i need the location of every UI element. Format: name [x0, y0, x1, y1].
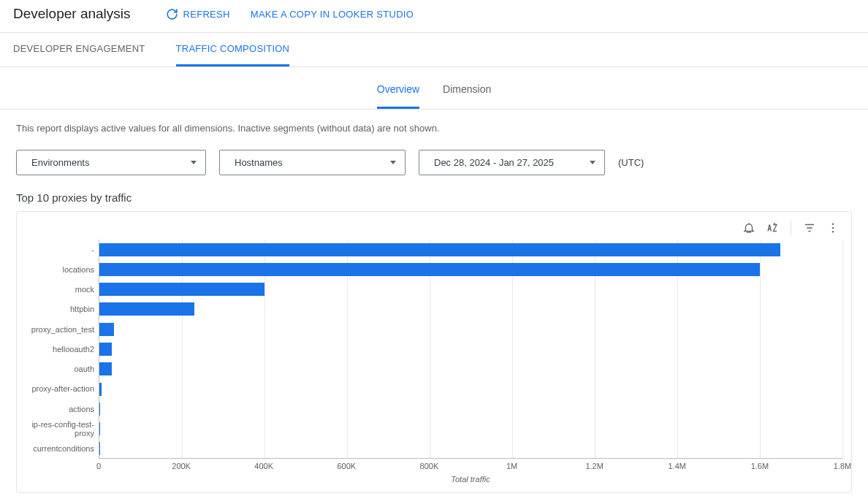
y-tick-label: hellooauth2 — [26, 339, 99, 359]
bar — [99, 422, 100, 435]
svg-point-2 — [832, 231, 834, 232]
x-tick-label: 1.2M — [585, 462, 603, 470]
header-actions: Refresh Make a copy in Looker Studio — [166, 8, 414, 20]
chart-section-title: Top 10 proxies by traffic — [16, 191, 852, 204]
refresh-button[interactable]: Refresh — [166, 8, 230, 20]
sort-az-icon[interactable] — [766, 221, 779, 234]
chevron-down-icon — [590, 161, 595, 164]
bar — [99, 302, 194, 316]
x-tick-label: 1.6M — [751, 462, 769, 470]
chart-plot: -locationsmockhttpbinproxy_action_testhe… — [26, 240, 842, 459]
primary-tabs: Developer Engagement Traffic Composition — [0, 33, 868, 67]
x-tick-label: 0 — [96, 462, 101, 470]
bar — [99, 283, 264, 296]
tab-developer-engagement[interactable]: Developer Engagement — [13, 33, 145, 66]
refresh-icon — [166, 8, 178, 20]
hostnames-label: Hostnames — [235, 157, 283, 168]
copy-looker-label: Make a copy in Looker Studio — [251, 9, 414, 20]
hostnames-dropdown[interactable]: Hostnames — [219, 150, 406, 175]
x-tick-label: 800K — [420, 462, 439, 470]
y-tick-label: - — [26, 240, 99, 259]
y-tick-label: mock — [26, 280, 99, 299]
secondary-tabs: Overview Dimension — [0, 67, 868, 110]
daterange-dropdown[interactable]: Dec 28, 2024 - Jan 27, 2025 — [419, 150, 605, 175]
tab-dimension[interactable]: Dimension — [443, 67, 491, 109]
page-title: Developer analysis — [13, 6, 131, 22]
y-tick-label: currentconditions — [26, 439, 99, 459]
timezone-label: (UTC) — [618, 157, 644, 168]
y-tick-label: locations — [26, 259, 99, 279]
y-tick-label: actions — [26, 399, 99, 419]
tab-overview[interactable]: Overview — [377, 67, 419, 109]
x-tick-label: 1.8M — [834, 462, 851, 470]
daterange-label: Dec 28, 2024 - Jan 27, 2025 — [434, 157, 554, 168]
x-tick-label: 400K — [254, 462, 273, 470]
y-axis-labels: -locationsmockhttpbinproxy_action_testhe… — [26, 240, 99, 459]
chart-toolbar — [26, 219, 842, 240]
x-tick-label: 200K — [172, 462, 191, 470]
x-axis-title: Total traffic — [99, 475, 842, 484]
bar — [99, 263, 760, 276]
y-tick-label: proxy-after-action — [26, 379, 99, 399]
bar — [99, 343, 112, 356]
chevron-down-icon — [390, 161, 396, 164]
bar — [99, 362, 112, 375]
y-tick-label: proxy_action_test — [26, 319, 99, 339]
environments-label: Environments — [31, 157, 89, 168]
bar — [99, 442, 100, 455]
bar — [99, 402, 100, 416]
info-text: This report displays active values for a… — [16, 123, 852, 134]
gridline — [760, 240, 761, 458]
y-tick-label: oauth — [26, 359, 99, 379]
chevron-down-icon — [191, 161, 197, 164]
refresh-label: Refresh — [183, 9, 230, 20]
x-axis: 0200K400K600K800K1M1.2M1.4M1.6M1.8M — [99, 459, 842, 472]
svg-point-0 — [832, 224, 834, 225]
more-vert-icon[interactable] — [826, 221, 840, 234]
bar — [99, 323, 114, 336]
bar — [99, 383, 102, 396]
bar — [99, 243, 780, 256]
content-area: This report displays active values for a… — [0, 110, 868, 496]
svg-point-1 — [832, 227, 834, 229]
x-tick-label: 1.4M — [669, 462, 686, 470]
copy-looker-button[interactable]: Make a copy in Looker Studio — [251, 9, 414, 20]
x-tick-label: 600K — [337, 462, 356, 470]
filters-row: Environments Hostnames Dec 28, 2024 - Ja… — [16, 150, 852, 175]
y-tick-label: ip-res-config-test-proxy — [26, 419, 99, 438]
filter-icon[interactable] — [803, 221, 816, 234]
bell-icon[interactable] — [742, 221, 755, 234]
chart-card: -locationsmockhttpbinproxy_action_testhe… — [16, 211, 852, 493]
environments-dropdown[interactable]: Environments — [16, 150, 206, 175]
toolbar-separator — [791, 221, 791, 235]
tab-traffic-composition[interactable]: Traffic Composition — [176, 33, 290, 66]
plot-area — [99, 240, 842, 459]
page-header: Developer analysis Refresh Make a copy i… — [0, 0, 868, 33]
gridline — [842, 240, 843, 458]
y-tick-label: httpbin — [26, 299, 99, 319]
x-tick-label: 1M — [506, 462, 517, 470]
